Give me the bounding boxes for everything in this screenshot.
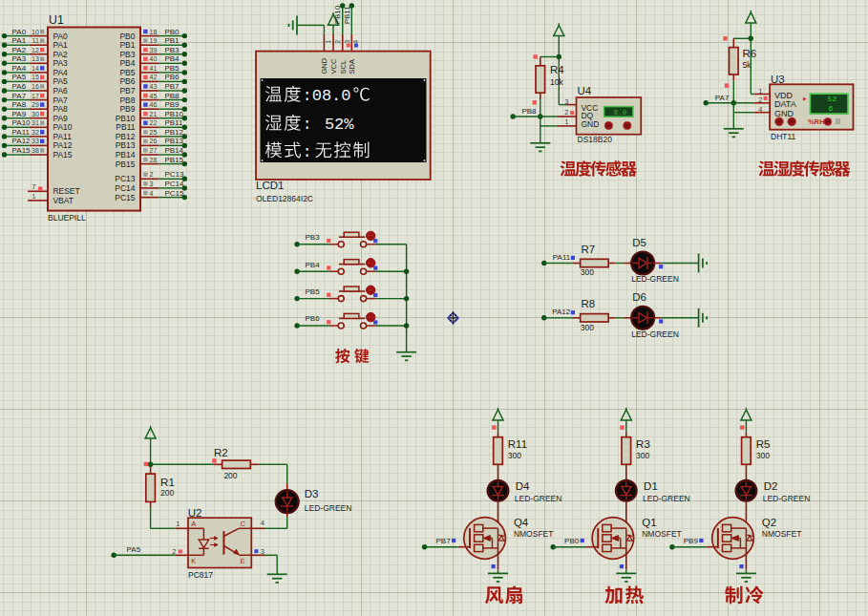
- svg-text:D2: D2: [764, 480, 778, 492]
- svg-text:SDA: SDA: [348, 59, 356, 74]
- svg-text:GND: GND: [581, 119, 599, 129]
- svg-text:29: 29: [32, 101, 39, 108]
- svg-text:2: 2: [758, 96, 762, 104]
- svg-text:15: 15: [32, 74, 39, 80]
- svg-text:R7: R7: [581, 244, 595, 255]
- svg-text:43: 43: [150, 83, 158, 90]
- svg-text:PB12: PB12: [116, 132, 136, 141]
- svg-text:PB3: PB3: [305, 233, 320, 242]
- svg-text:PB9: PB9: [119, 104, 135, 114]
- svg-text:PA12: PA12: [552, 308, 571, 316]
- svg-text:%RH: %RH: [808, 117, 825, 126]
- svg-text:PB8: PB8: [521, 107, 537, 116]
- svg-text:PB1: PB1: [164, 36, 180, 45]
- svg-text:PB10: PB10: [116, 114, 136, 123]
- svg-text::08.0: :08.0: [303, 87, 351, 105]
- svg-text:PA5: PA5: [127, 545, 141, 554]
- svg-text:PB11: PB11: [343, 6, 351, 25]
- svg-text:10: 10: [32, 29, 39, 35]
- svg-text:PB7: PB7: [164, 82, 180, 91]
- svg-text:PA11: PA11: [12, 128, 31, 137]
- svg-text:D1: D1: [644, 480, 658, 492]
- svg-text::: :: [303, 116, 312, 134]
- svg-text:PB7: PB7: [119, 86, 135, 96]
- svg-text:OLED12864I2C: OLED12864I2C: [256, 194, 313, 203]
- svg-text:PB4: PB4: [119, 58, 135, 68]
- svg-text:PA3: PA3: [12, 54, 27, 63]
- svg-text:A: A: [191, 520, 196, 528]
- svg-text:PA7: PA7: [715, 94, 730, 102]
- svg-text:10k: 10k: [550, 77, 563, 87]
- svg-text:PA2: PA2: [53, 50, 68, 59]
- svg-text:25: 25: [150, 129, 158, 136]
- svg-text:PB5: PB5: [305, 287, 320, 296]
- svg-text:▶: ▶: [803, 96, 807, 101]
- svg-text:LED-GREEN: LED-GREEN: [763, 494, 811, 503]
- svg-text:PA12: PA12: [53, 140, 72, 150]
- svg-text:PB7: PB7: [435, 537, 451, 545]
- svg-text:PB14: PB14: [116, 150, 136, 159]
- svg-text:PB5: PB5: [119, 68, 135, 77]
- svg-text:R2: R2: [214, 447, 228, 458]
- svg-text:LED-GREEN: LED-GREEN: [515, 494, 562, 503]
- svg-text:Q1: Q1: [642, 517, 656, 528]
- svg-text:PA8: PA8: [53, 104, 68, 114]
- svg-text:PB6: PB6: [164, 73, 180, 81]
- svg-text:2: 2: [150, 171, 154, 178]
- svg-text:3: 3: [564, 97, 568, 106]
- svg-text:PC13: PC13: [115, 174, 136, 183]
- svg-text:PA10: PA10: [12, 118, 32, 127]
- svg-text:4: 4: [352, 40, 359, 44]
- svg-text:26: 26: [150, 138, 158, 144]
- svg-text:R1: R1: [160, 477, 175, 488]
- svg-text:1: 1: [758, 87, 762, 96]
- svg-text:PB15: PB15: [164, 156, 183, 164]
- svg-text:PA5: PA5: [12, 73, 27, 81]
- svg-text:30: 30: [32, 111, 39, 117]
- svg-text:52%: 52%: [325, 116, 354, 134]
- svg-text:PC817: PC817: [188, 570, 213, 580]
- svg-text:300: 300: [581, 323, 594, 332]
- svg-text:1: 1: [564, 117, 568, 126]
- svg-text:PB0: PB0: [164, 28, 180, 36]
- svg-text:8.0: 8.0: [614, 109, 627, 117]
- svg-text:PB12: PB12: [164, 128, 183, 137]
- svg-text:D3: D3: [305, 488, 319, 499]
- svg-text:LED-GREEN: LED-GREEN: [631, 329, 679, 339]
- svg-text:PB10: PB10: [333, 5, 342, 24]
- svg-text:PB5: PB5: [164, 64, 180, 73]
- svg-text:3: 3: [150, 181, 154, 187]
- svg-text:LCD1: LCD1: [256, 180, 284, 191]
- svg-text:6: 6: [828, 104, 833, 113]
- svg-text:21: 21: [150, 111, 158, 117]
- svg-text:D6: D6: [632, 291, 646, 303]
- svg-text:11: 11: [32, 37, 39, 44]
- svg-text:R3: R3: [636, 438, 650, 450]
- svg-text:PB1: PB1: [119, 40, 135, 50]
- svg-text:42: 42: [150, 74, 158, 80]
- svg-text:1: 1: [176, 520, 180, 528]
- svg-text:2: 2: [172, 547, 176, 556]
- svg-text:200: 200: [223, 471, 237, 480]
- svg-text:Q4: Q4: [514, 517, 529, 528]
- svg-text:300: 300: [756, 451, 770, 460]
- svg-text:U3: U3: [771, 74, 785, 85]
- svg-text:PA4: PA4: [53, 68, 68, 77]
- svg-text:32: 32: [32, 129, 39, 136]
- svg-text:1: 1: [325, 40, 331, 44]
- svg-text:28: 28: [150, 157, 158, 163]
- svg-text:C: C: [241, 520, 246, 528]
- svg-text:3: 3: [344, 40, 350, 44]
- svg-text:PC15: PC15: [115, 193, 136, 202]
- svg-text:D4: D4: [516, 480, 530, 492]
- svg-text:PA2: PA2: [12, 46, 27, 54]
- svg-text:RESET: RESET: [53, 186, 79, 196]
- svg-text:U4: U4: [578, 85, 592, 96]
- svg-text:PB3: PB3: [164, 46, 180, 54]
- svg-text:PA4: PA4: [12, 64, 27, 73]
- svg-text:PA6: PA6: [12, 82, 27, 91]
- svg-text:PC14: PC14: [164, 180, 184, 188]
- svg-text:14: 14: [32, 65, 39, 72]
- svg-text:PA11: PA11: [53, 132, 72, 141]
- svg-text:PA10: PA10: [53, 122, 72, 132]
